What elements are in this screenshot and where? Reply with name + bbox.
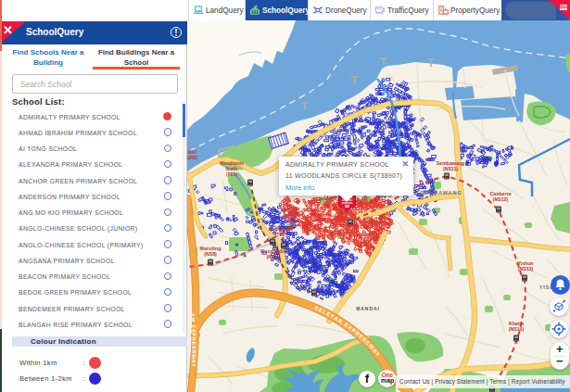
svg-text:MANDAI: MANDAI (356, 306, 379, 311)
svg-text:Khatib(NS14): Khatib(NS14) (509, 321, 525, 332)
svg-text:SEMBAWANG: SEMBAWANG (420, 190, 462, 196)
svg-text:Yishun(NS13): Yishun(NS13) (517, 260, 533, 272)
svg-text:Canberra(NS12): Canberra(NS12) (490, 191, 512, 202)
